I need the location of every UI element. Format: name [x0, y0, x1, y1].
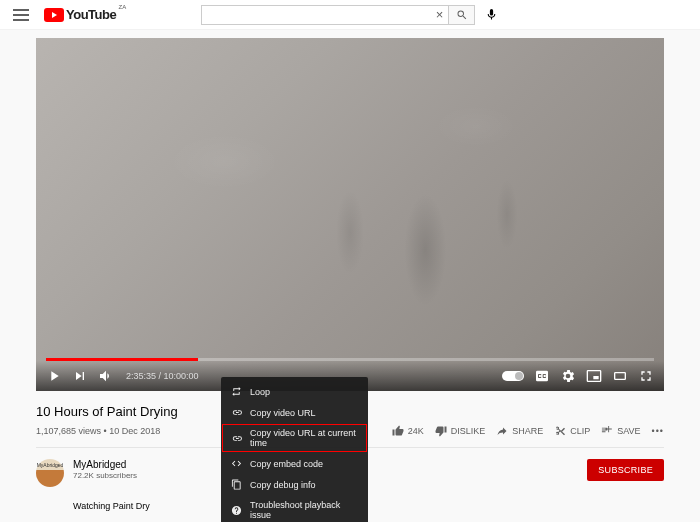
- search-area: ×: [201, 5, 499, 25]
- like-button[interactable]: 24K: [392, 425, 424, 437]
- settings-button[interactable]: [560, 368, 576, 384]
- mic-icon: [485, 8, 498, 21]
- ctx-copy-embed[interactable]: Copy embed code: [221, 453, 368, 474]
- play-button[interactable]: [46, 368, 62, 384]
- toggle-icon: [502, 371, 524, 381]
- fullscreen-icon: [638, 368, 654, 384]
- miniplayer-button[interactable]: [586, 368, 602, 384]
- playlist-add-icon: [601, 425, 613, 437]
- description-heading: Watching Paint Dry: [73, 501, 664, 511]
- thumbs-down-icon: [435, 425, 447, 437]
- volume-button[interactable]: [98, 368, 114, 384]
- gear-icon: [560, 368, 576, 384]
- theater-icon: [612, 368, 628, 384]
- meta-sep: •: [101, 426, 109, 436]
- play-icon: [46, 368, 62, 384]
- ctx-copy-url[interactable]: Copy video URL: [221, 402, 368, 423]
- mic-button[interactable]: [483, 7, 499, 23]
- loop-icon: [231, 386, 242, 397]
- time-display: 2:35:35 / 10:00:00: [126, 371, 199, 381]
- link-icon: [231, 407, 242, 418]
- captions-icon: [534, 368, 550, 384]
- ctx-copy-url-time[interactable]: Copy video URL at current time: [221, 423, 368, 453]
- youtube-logo[interactable]: YouTube ZA: [44, 7, 116, 22]
- right-controls: [502, 368, 654, 384]
- action-bar: 24K DISLIKE SHARE CLIP SAVE •••: [392, 425, 664, 437]
- video-frame: [36, 38, 664, 391]
- upload-date: 10 Dec 2018: [109, 426, 160, 436]
- save-button[interactable]: SAVE: [601, 425, 640, 437]
- search-button[interactable]: [449, 5, 475, 25]
- thumbs-up-icon: [392, 425, 404, 437]
- code-icon: [231, 458, 242, 469]
- region-badge: ZA: [119, 4, 127, 10]
- dislike-button[interactable]: DISLIKE: [435, 425, 486, 437]
- link-icon: [231, 433, 242, 444]
- captions-button[interactable]: [534, 368, 550, 384]
- player-context-menu: Loop Copy video URL Copy video URL at cu…: [221, 377, 368, 522]
- search-icon: [456, 9, 468, 21]
- play-logo-icon: [44, 8, 64, 22]
- avatar[interactable]: MyAbridged: [36, 459, 64, 487]
- search-input[interactable]: [202, 9, 431, 21]
- share-button[interactable]: SHARE: [496, 425, 543, 437]
- clear-icon[interactable]: ×: [431, 7, 448, 22]
- fullscreen-button[interactable]: [638, 368, 654, 384]
- autoplay-toggle[interactable]: [502, 371, 524, 381]
- volume-icon: [98, 368, 114, 384]
- miniplayer-icon: [586, 368, 602, 384]
- share-icon: [496, 425, 508, 437]
- video-player[interactable]: 2:35:35 / 10:00:00: [36, 38, 664, 391]
- top-header: YouTube ZA ×: [0, 0, 700, 30]
- search-box: ×: [201, 5, 449, 25]
- more-actions-button[interactable]: •••: [652, 426, 664, 436]
- copy-icon: [231, 479, 242, 490]
- view-count: 1,107,685 views: [36, 426, 101, 436]
- logo-text: YouTube: [66, 7, 116, 22]
- subscribe-button[interactable]: SUBSCRIBE: [587, 459, 664, 481]
- next-button[interactable]: [72, 368, 88, 384]
- menu-icon[interactable]: [12, 6, 30, 24]
- clip-button[interactable]: CLIP: [554, 425, 590, 437]
- next-icon: [72, 368, 88, 384]
- scissors-icon: [554, 425, 566, 437]
- ctx-troubleshoot[interactable]: Troubleshoot playback issue: [221, 495, 368, 522]
- ctx-copy-debug[interactable]: Copy debug info: [221, 474, 368, 495]
- help-icon: [231, 505, 242, 516]
- ctx-loop[interactable]: Loop: [221, 381, 368, 402]
- theater-button[interactable]: [612, 368, 628, 384]
